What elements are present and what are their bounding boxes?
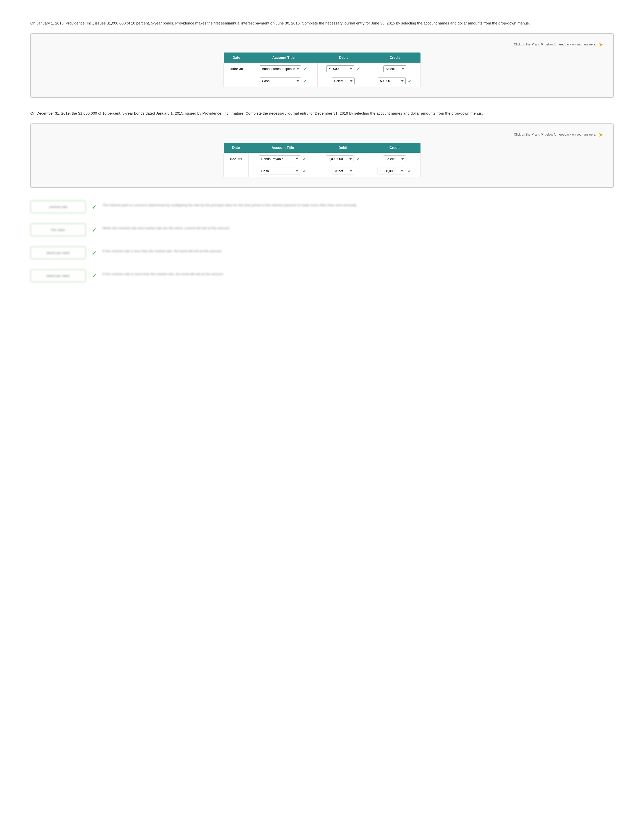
credit-select-j2r2[interactable]: 1,000,000 50,000 Select <box>378 167 405 174</box>
credit-select-j2r1[interactable]: Select 1,000,000 50,000 <box>383 156 406 162</box>
col-debit-2: Debit <box>317 143 369 153</box>
qa-check-icon-3: ✔ <box>92 250 97 256</box>
qa-answer-box-4: below par value <box>30 269 86 282</box>
debit-select-j2r1[interactable]: 1,000,000 50,000 Select <box>326 156 354 162</box>
account-select-j2r1[interactable]: Bonds Payable Cash Bond Interest Expense… <box>259 156 300 162</box>
col-credit-2: Credit <box>369 143 420 153</box>
qa-item-1: contract rate ✔ The interest paid on a b… <box>30 200 614 213</box>
date-cell-j2r1: Dec. 31 <box>224 153 248 165</box>
credit-select-j1r2[interactable]: 50,000 1,000,000 Select <box>378 77 406 84</box>
debit-select-j2r2[interactable]: Select 1,000,000 50,000 <box>332 167 354 174</box>
qa-answer-box-2: Par value <box>30 224 86 236</box>
col-account-1: Account Title <box>249 53 318 63</box>
table-row: Cash Bond Interest Expense Bonds Payable… <box>224 75 420 87</box>
qa-description-2: When the contract rate and market rate a… <box>103 224 614 231</box>
feedback-hint-2: Click on the ✔ and ✖ below for feedback … <box>41 132 603 138</box>
feedback-hint-1: Click on the ✔ and ✖ below for feedback … <box>41 42 603 48</box>
journal-table-2: Date Account Title Debit Credit Dec. 31 … <box>224 143 420 177</box>
col-credit-1: Credit <box>369 53 420 63</box>
qa-description-4: If the contract rate is more than the ma… <box>103 269 614 277</box>
account-check-j1r2: ✔ <box>303 78 307 84</box>
credit-cell-j1r2: 50,000 1,000,000 Select ✔ <box>369 75 420 87</box>
qa-check-icon-4: ✔ <box>92 273 97 280</box>
account-cell-j1r2: Cash Bond Interest Expense Bonds Payable… <box>249 75 318 87</box>
account-cell-j2r1: Bonds Payable Cash Bond Interest Expense… <box>248 153 317 165</box>
qa-answer-box-1: contract rate <box>30 200 86 213</box>
debit-select-j1r1[interactable]: 50,000 1,000,000 Select <box>326 65 354 72</box>
intro-text-1: On January 1, 2015, Providence, Inc., is… <box>30 20 614 26</box>
account-select-j1r2[interactable]: Cash Bond Interest Expense Bonds Payable… <box>259 77 301 84</box>
journal-box-2: Click on the ✔ and ✖ below for feedback … <box>30 124 614 188</box>
journal-table-1: Date Account Title Debit Credit June 30 … <box>224 53 420 87</box>
qa-section: contract rate ✔ The interest paid on a b… <box>30 200 614 282</box>
date-cell-j1r1: June 30 <box>224 63 249 75</box>
debit-cell-j2r2: Select 1,000,000 50,000 <box>317 165 369 177</box>
credit-cell-j1r1: Select 50,000 1,000,000 <box>369 63 420 75</box>
table-row: Dec. 31 Bonds Payable Cash Bond Interest… <box>224 153 420 165</box>
qa-check-icon-1: ✔ <box>92 204 97 211</box>
credit-select-j1r1[interactable]: Select 50,000 1,000,000 <box>383 65 406 72</box>
qa-item-2: Par value ✔ When the contract rate and m… <box>30 224 614 236</box>
debit-cell-j2r1: 1,000,000 50,000 Select ✔ <box>317 153 369 165</box>
arrow-icon-1: ➤ <box>599 42 603 48</box>
credit-check-j1r2: ✔ <box>408 78 412 84</box>
credit-cell-j2r1: Select 1,000,000 50,000 <box>369 153 420 165</box>
qa-description-3: If the contract rate is less than the ma… <box>103 246 614 254</box>
debit-check-j1r1: ✔ <box>356 66 360 72</box>
credit-cell-j2r2: 1,000,000 50,000 Select ✔ <box>369 165 420 177</box>
account-select-j2r2[interactable]: Cash Bonds Payable Bond Interest Expense… <box>259 167 300 174</box>
qa-item-4: below par value ✔ If the contract rate i… <box>30 269 614 282</box>
qa-item-3: above par value ✔ If the contract rate i… <box>30 246 614 259</box>
qa-check-icon-2: ✔ <box>92 227 97 233</box>
account-check-j2r1: ✔ <box>303 156 306 162</box>
col-date-2: Date <box>224 143 248 153</box>
account-cell-j1r1: Bond Interest Expense Cash Bonds Payable… <box>249 63 318 75</box>
qa-answer-box-3: above par value <box>30 246 86 259</box>
col-debit-1: Debit <box>318 53 369 63</box>
intro-text-2: On December 31, 2019, the $1,000,000 of … <box>30 110 614 116</box>
credit-check-j2r2: ✔ <box>407 168 411 174</box>
col-account-2: Account Title <box>248 143 317 153</box>
debit-check-j2r1: ✔ <box>356 156 360 162</box>
debit-cell-j1r1: 50,000 1,000,000 Select ✔ <box>318 63 369 75</box>
qa-description-1: The interest paid on a bond is determine… <box>103 200 614 208</box>
journal-box-1: Click on the ✔ and ✖ below for feedback … <box>30 33 614 98</box>
table-row: June 30 Bond Interest Expense Cash Bonds… <box>224 63 420 75</box>
debit-cell-j1r2: Select 50,000 1,000,000 <box>318 75 369 87</box>
date-cell-j1r2 <box>224 75 249 87</box>
account-select-j1r1[interactable]: Bond Interest Expense Cash Bonds Payable… <box>259 65 301 72</box>
account-check-j2r2: ✔ <box>303 168 306 174</box>
date-cell-j2r2 <box>224 165 248 177</box>
arrow-icon-2: ➤ <box>599 132 603 138</box>
account-check-j1r1: ✔ <box>303 66 307 72</box>
col-date-1: Date <box>224 53 249 63</box>
debit-select-j1r2[interactable]: Select 50,000 1,000,000 <box>332 77 354 84</box>
table-row: Cash Bonds Payable Bond Interest Expense… <box>224 165 420 177</box>
account-cell-j2r2: Cash Bonds Payable Bond Interest Expense… <box>248 165 317 177</box>
